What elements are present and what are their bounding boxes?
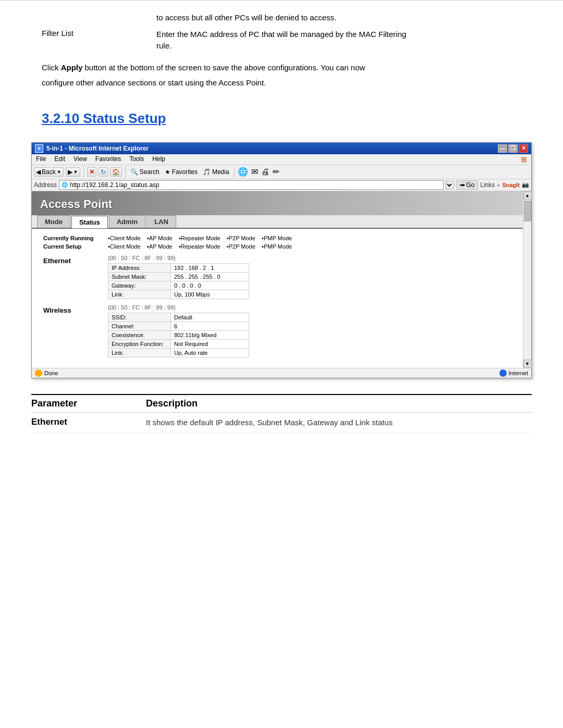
internet-text: Internet: [509, 370, 528, 376]
go-button[interactable]: ➡ Go: [456, 180, 478, 190]
menu-view[interactable]: View: [74, 155, 87, 164]
coexistence-label: Coexistence:: [108, 330, 171, 339]
mode-p2p-running: •P2P Mode: [227, 235, 260, 241]
browser-statusbar: Done Internet: [32, 368, 531, 378]
menu-help[interactable]: Help: [152, 155, 165, 164]
close-button[interactable]: ✕: [519, 144, 528, 153]
address-bar: Address 🌐 http://192.168.2.1/ap_status.a…: [32, 179, 531, 191]
browser-main-content: Access Point Mode Status Admin LAN Curre…: [32, 191, 523, 368]
scroll-thumb[interactable]: [524, 201, 531, 221]
favorites-star-icon: ★: [165, 168, 170, 176]
address-actions: ➡ Go Links » SnagIt 📷: [446, 180, 529, 190]
table-row: SSID: Default: [108, 313, 249, 322]
encryption-value: Not Required: [171, 339, 249, 348]
currently-running-label: Currently Running: [40, 234, 108, 242]
forward-button[interactable]: ▶ ▼: [66, 167, 80, 177]
links-label: Links: [480, 181, 495, 189]
browser-title-area: e 5-in-1 - Microsoft Internet Explorer: [35, 144, 149, 153]
param-header-row: Parameter Description: [31, 395, 532, 413]
tab-admin[interactable]: Admin: [109, 215, 145, 228]
back-button[interactable]: ◀ Back ▼: [34, 167, 64, 177]
home-icon: 🏠: [112, 168, 120, 176]
snagit-extra-icon[interactable]: 📷: [522, 181, 529, 188]
menu-file[interactable]: File: [36, 155, 46, 164]
globe-icon[interactable]: 🌐: [238, 167, 248, 177]
ap-title: Access Point: [40, 198, 112, 211]
address-dropdown[interactable]: [446, 181, 454, 189]
extra-toolbar-buttons: 🌐 ✉ 🖨 ✏: [238, 167, 279, 177]
window-controls[interactable]: — ❐ ✕: [498, 144, 528, 153]
address-field[interactable]: 🌐 http://192.168.2.1/ap_status.asp: [59, 180, 444, 190]
table-row: Link: Up, Auto rate: [108, 348, 249, 357]
table-row: Encryption Function: Not Required: [108, 339, 249, 348]
menu-favorites[interactable]: Favorites: [95, 155, 121, 164]
ethernet-section: Ethernet {00 : 50 : FC : 8F : 99 : 99} I…: [40, 255, 515, 299]
tab-mode[interactable]: Mode: [37, 215, 70, 228]
current-setup-row: Current Setup •Client Mode •AP Mode •Rep…: [40, 242, 515, 251]
stop-button[interactable]: ✕: [87, 167, 96, 177]
filter-desc-line2: rule.: [156, 41, 172, 50]
home-button[interactable]: 🏠: [110, 167, 122, 177]
back-label: Back: [42, 168, 56, 176]
browser-toolbar: ◀ Back ▼ ▶ ▼ ✕ ↻ 🏠 🔍 Search ★ Favorites …: [32, 165, 531, 179]
go-arrow-icon: ➡: [460, 181, 465, 189]
media-button[interactable]: 🎵 Media: [201, 168, 231, 176]
address-label: Address: [34, 181, 57, 189]
status-right: Internet: [499, 369, 528, 377]
favorites-button[interactable]: ★ Favorites: [163, 168, 199, 176]
print-icon[interactable]: 🖨: [261, 167, 270, 177]
back-dropdown-icon: ▼: [57, 169, 62, 175]
filter-desc-line1: Enter the MAC address of PC that will be…: [156, 30, 406, 39]
channel-value: 6: [171, 322, 249, 330]
links-expand-icon: »: [497, 182, 500, 188]
subnet-label: Subnet Mask:: [108, 272, 171, 281]
toolbar-separator-1: [83, 166, 84, 178]
ip-value: 192 . 168 . 2 . 1: [171, 263, 249, 272]
media-icon: 🎵: [203, 168, 211, 176]
apply-bold: Apply: [61, 63, 83, 72]
scroll-down-button[interactable]: ▼: [523, 360, 532, 368]
currently-running-row: Currently Running •Client Mode •AP Mode …: [40, 234, 515, 242]
browser-titlebar: e 5-in-1 - Microsoft Internet Explorer —…: [32, 143, 531, 154]
apply-paragraph: Click Apply button at the bottom of the …: [42, 61, 521, 75]
edit-icon[interactable]: ✏: [273, 167, 279, 177]
menu-edit[interactable]: Edit: [54, 155, 65, 164]
toolbar-separator-3: [234, 166, 235, 178]
doc-content: to access but all other PCs will be deni…: [0, 0, 563, 90]
tab-lan[interactable]: LAN: [146, 215, 176, 228]
wireless-details: {00 : 50 : FC : 8F : 99 : 99} SSID: Defa…: [108, 304, 249, 357]
refresh-button[interactable]: ↻: [99, 167, 108, 177]
go-label: Go: [466, 181, 474, 189]
mail-icon[interactable]: ✉: [251, 167, 258, 177]
table-row: Gateway: 0 . 0 . 0 . 0: [108, 281, 249, 290]
search-button[interactable]: 🔍 Search: [129, 168, 161, 176]
wireless-link-value: Up, Auto rate: [171, 348, 249, 357]
gateway-label: Gateway:: [108, 281, 171, 290]
ethernet-label: Ethernet: [40, 255, 108, 299]
param-header-label: Parameter: [31, 398, 146, 409]
wireless-info-table: SSID: Default Channel: 6 Coexistence: 80…: [108, 313, 249, 357]
filter-list-description: Enter the MAC address of PC that will be…: [156, 29, 521, 52]
table-row: Subnet Mask: 255 . 255 . 255 . 0: [108, 272, 249, 281]
menu-tools[interactable]: Tools: [129, 155, 144, 164]
mode-ap-running: •AP Mode: [147, 235, 177, 241]
status-indicator-icon: [35, 369, 42, 377]
ssid-label: SSID:: [108, 313, 171, 322]
minimize-button[interactable]: —: [498, 144, 507, 153]
current-setup-label: Current Setup: [40, 242, 108, 251]
top-line: to access but all other PCs will be deni…: [156, 11, 521, 24]
apply-text-before: Click: [42, 63, 61, 72]
table-row: Coexistence: 802.11b/g Mixed: [108, 330, 249, 339]
param-ethernet-row: Ethernet It shows the default IP address…: [31, 413, 532, 434]
browser-scrollbar[interactable]: ▲ ▼: [523, 191, 531, 368]
filter-list-row: Filter List Enter the MAC address of PC …: [42, 29, 521, 52]
scroll-up-button[interactable]: ▲: [523, 191, 532, 200]
stop-icon: ✕: [89, 168, 94, 176]
restore-button[interactable]: ❐: [508, 144, 518, 153]
encryption-label: Encryption Function:: [108, 339, 171, 348]
tab-status[interactable]: Status: [71, 216, 108, 228]
wireless-section: Wireless {00 : 50 : FC : 8F : 99 : 99} S…: [40, 304, 515, 357]
snagit-button[interactable]: SnagIt: [502, 182, 520, 188]
link-value: Up, 100 Mbps: [171, 290, 249, 299]
search-icon: 🔍: [130, 168, 138, 176]
